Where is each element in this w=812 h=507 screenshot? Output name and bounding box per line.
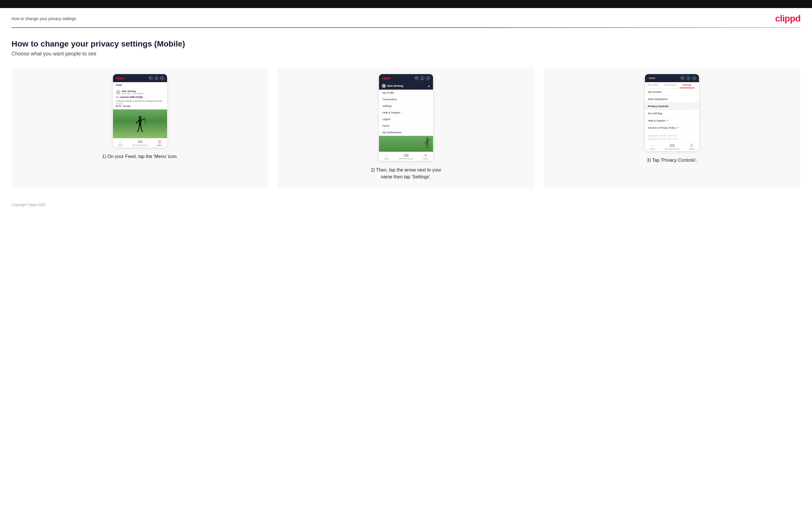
tab-connections[interactable]: Connections (661, 82, 679, 88)
home-label-1: Home (117, 144, 123, 146)
feed-tab[interactable]: Feed (113, 82, 167, 88)
nav-menu-3[interactable]: ☰ Menu (689, 144, 695, 150)
user-icon-3[interactable]: 👤 (687, 76, 691, 80)
menu-user-header[interactable]: Blair McHarg ▲ (379, 82, 433, 90)
svg-point-0 (139, 116, 142, 119)
golfer-silhouette (134, 115, 146, 137)
privacy-label: Privacy Controls (648, 105, 668, 108)
page-title: How to change your privacy settings (Mob… (11, 39, 801, 49)
footer: Copyright Clippd 2022 (0, 197, 812, 213)
menu-item-performance[interactable]: My Performance ⌄ (379, 129, 433, 136)
home-label-2: Home (384, 158, 389, 160)
step2-bg-image (379, 136, 433, 152)
home-icon-1: ⌂ (119, 140, 121, 144)
chevron-right-golfbag: › (695, 112, 696, 115)
nav-home-1[interactable]: ⌂ Home (117, 140, 123, 146)
service-label: Service & Privacy Policy ↗ (648, 126, 679, 129)
menu-item-settings[interactable]: Settings (379, 103, 433, 109)
back-button[interactable]: ‹ Back (648, 77, 655, 79)
golf-image (113, 109, 167, 138)
step-1-phone: clippd 🔍 👤 ⚙ Feed Blair McHarg (113, 74, 167, 147)
svg-line-2 (136, 120, 139, 123)
feed-avatar (116, 90, 120, 95)
external-link-icon: ↗ (401, 111, 403, 114)
settings-back-bar: ‹ Back 🔍 👤 ⚙ (645, 74, 699, 82)
nav-performance-2[interactable]: ⌨ My Performance (399, 153, 413, 160)
home-icon-3: ⌂ (652, 144, 654, 148)
breadcrumb: How to change your privacy settings (11, 16, 76, 21)
search-icon-2[interactable]: 🔍 (415, 76, 419, 80)
chevron-right-privacy: › (695, 105, 696, 108)
step-1-caption: 1) On your Feed, tap the 'Menu' icon. (102, 153, 178, 160)
nav-home-3[interactable]: ⌂ Home (650, 144, 655, 150)
svg-line-13 (426, 145, 427, 148)
menu-item-connections[interactable]: Connections (379, 96, 433, 103)
tab-my-profile[interactable]: My Profile (645, 82, 661, 88)
nav-performance-3[interactable]: ⌨ My Performance (665, 144, 679, 150)
svg-line-11 (424, 142, 426, 144)
phone-icons-3: 🔍 👤 ⚙ (680, 76, 696, 80)
chevron-right-data: › (695, 98, 696, 101)
feed-meta: Yesterday · Sunningdale (122, 93, 164, 95)
data-label: Data Integrations (648, 98, 668, 101)
svg-line-8 (142, 131, 143, 131)
menu-item-home[interactable]: Home ⌄ (379, 123, 433, 129)
feed-duration-val: 01 hr : 30 min (116, 105, 164, 107)
nav-menu-1[interactable]: ☰ Menu (157, 140, 162, 146)
nav-menu-2[interactable]: ✕ Menu (423, 153, 428, 160)
feed-lesson-title: Lesson with Fordy (120, 96, 143, 99)
phone-bottom-nav-2: ⌂ Home ⌨ My Performance ✕ Menu (379, 152, 433, 161)
top-bar (0, 0, 812, 8)
menu-performance-label: My Performance (383, 131, 401, 134)
menu-list: My Profile Connections Settings Help & S… (379, 90, 433, 136)
search-icon[interactable]: 🔍 (149, 76, 153, 80)
steps-container: clippd 🔍 👤 ⚙ Feed Blair McHarg (11, 67, 801, 188)
menu-label-1: Menu (157, 144, 162, 146)
settings-item-help[interactable]: Help & Support ↗ (645, 117, 699, 124)
phone-logo-1: clippd (116, 76, 124, 80)
home-icon-2: ⌂ (385, 153, 387, 157)
home-label-3: Home (650, 148, 655, 150)
search-icon-3[interactable]: 🔍 (680, 76, 684, 80)
settings-item-golfbag[interactable]: My Golf Bag › (645, 110, 699, 117)
feed-item: Blair McHarg Yesterday · Sunningdale Les… (113, 88, 167, 109)
phone-nav-2: clippd 🔍 👤 ⚙ (379, 74, 433, 82)
performance-icon-3: ⌨ (670, 144, 674, 148)
settings-item-data[interactable]: Data Integrations › (645, 96, 699, 103)
settings-item-privacy[interactable]: Privacy Controls › (645, 103, 699, 110)
svg-line-14 (428, 145, 429, 148)
nav-performance-1[interactable]: ⌨ My Performance (133, 140, 148, 146)
menu-item-logout[interactable]: Logout (379, 116, 433, 123)
phone-nav-1: clippd 🔍 👤 ⚙ (113, 74, 167, 82)
step-2-card: clippd 🔍 👤 ⚙ Blair McHarg ▲ (277, 67, 534, 188)
phone-icons-1: 🔍 👤 ⚙ (149, 76, 164, 80)
menu-help-label: Help & Support (383, 111, 400, 114)
step-3-caption: 3) Tap 'Privacy Controls'. (647, 157, 697, 164)
svg-line-3 (141, 119, 145, 120)
settings-icon[interactable]: ⚙ (160, 76, 164, 80)
feed-duration-label: Duration (116, 103, 164, 105)
step-3-phone: ‹ Back 🔍 👤 ⚙ My Profile Connections Sett… (645, 74, 699, 151)
chevron-down-icon-perf: ⌄ (427, 131, 429, 134)
svg-rect-1 (139, 119, 141, 125)
performance-label-2: My Performance (399, 158, 413, 160)
user-icon[interactable]: 👤 (154, 76, 158, 80)
menu-item-help[interactable]: Help & Support ↗ (379, 109, 433, 116)
performance-icon-1: ⌨ (138, 140, 143, 144)
phone-icons-2: 🔍 👤 ⚙ (415, 76, 430, 80)
settings-icon-3[interactable]: ⚙ (692, 76, 696, 80)
settings-item-account[interactable]: My Account › (645, 89, 699, 96)
user-icon-2[interactable]: 👤 (420, 76, 424, 80)
menu-item-profile[interactable]: My Profile (379, 90, 433, 96)
logo: clippd (775, 13, 801, 24)
nav-home-2[interactable]: ⌂ Home (384, 153, 389, 160)
account-label: My Account (648, 91, 661, 93)
tab-settings[interactable]: Settings (679, 82, 695, 88)
settings-icon-2[interactable]: ⚙ (426, 76, 430, 80)
chevron-down-icon-home: ⌄ (427, 125, 429, 127)
chevron-right-account: › (695, 91, 696, 93)
settings-item-service[interactable]: Service & Privacy Policy ↗ (645, 124, 699, 131)
menu-label-3: Menu (689, 148, 695, 150)
server-version: GQL Server Version: 2022.7.30-1 (648, 137, 696, 141)
menu-chevron-up[interactable]: ▲ (427, 84, 430, 87)
